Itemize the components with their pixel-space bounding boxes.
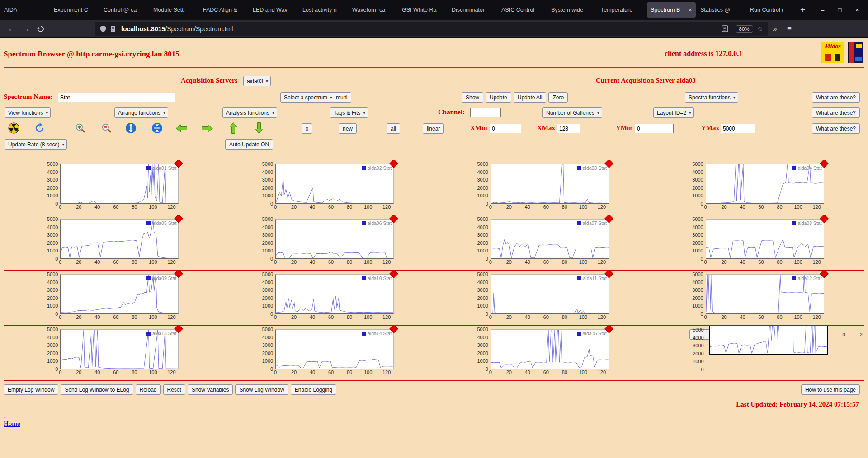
- reader-mode-icon[interactable]: [722, 25, 728, 32]
- shift-up-arrow-icon[interactable]: [229, 122, 238, 134]
- x-axis: 020406080100120: [60, 259, 179, 265]
- browser-tab-spectrum-b[interactable]: Spectrum B×: [647, 2, 696, 18]
- legend: aida13 Stat: [146, 331, 176, 336]
- spectrum-cell-5[interactable]: 500040003000200010000aida05 Stat02040608…: [4, 215, 219, 271]
- shift-down-arrow-icon[interactable]: [255, 122, 264, 134]
- hamburger-menu-icon[interactable]: ≡: [782, 22, 797, 36]
- spectrum-cell-1[interactable]: 500040003000200010000aida01 Stat02040608…: [4, 160, 219, 215]
- update-button[interactable]: Update: [486, 92, 511, 103]
- maximize-button[interactable]: □: [838, 6, 841, 14]
- spectrum-cell-6[interactable]: 500040003000200010000aida06 Stat02040608…: [219, 215, 434, 271]
- spectrum-cell-14[interactable]: 500040003000200010000aida14 Stat02040608…: [219, 326, 434, 381]
- site-info-icon[interactable]: [110, 25, 116, 33]
- auto-update-button[interactable]: Auto Update ON: [225, 139, 273, 150]
- layout-id-select[interactable]: Layout ID=2▾: [653, 107, 694, 118]
- y-zoom-out-icon[interactable]: [125, 122, 137, 134]
- back-button[interactable]: ←: [5, 22, 19, 36]
- tab-close-icon[interactable]: ×: [689, 2, 692, 18]
- browser-tab-lost-activity-n[interactable]: Lost activity n: [299, 2, 348, 18]
- close-window-button[interactable]: ×: [855, 6, 859, 14]
- forward-button[interactable]: →: [19, 22, 33, 36]
- new-tab-button[interactable]: +: [796, 5, 810, 15]
- show-log-window-button[interactable]: Show Log Window: [235, 384, 288, 395]
- reset-button[interactable]: Reset: [163, 384, 185, 395]
- tags-fits-select[interactable]: Tags & Fits▾: [330, 107, 368, 118]
- browser-tab-waveform-ca[interactable]: Waveform ca: [349, 2, 397, 18]
- arrange-functions-select[interactable]: Arrange functions▾: [114, 107, 168, 118]
- what-are-these-button[interactable]: What are these?: [812, 123, 860, 134]
- browser-tab-aida[interactable]: AIDA: [0, 2, 49, 18]
- analysis-functions-select[interactable]: Analysis functions▾: [222, 107, 277, 118]
- update-all-button[interactable]: Update All: [514, 92, 547, 103]
- spectrum-cell-10[interactable]: 500040003000200010000aida10 Stat02040608…: [219, 271, 434, 326]
- browser-tab-module-setti[interactable]: Module Setti: [150, 2, 198, 18]
- xmin-input[interactable]: [490, 124, 521, 133]
- what-are-these-button[interactable]: What are these?: [812, 107, 860, 118]
- refresh-icon[interactable]: [34, 122, 45, 134]
- how-to-use-button[interactable]: How to use this page: [801, 384, 860, 395]
- spectrum-cell-13[interactable]: 500040003000200010000aida13 Stat02040608…: [4, 326, 219, 381]
- linear-button[interactable]: linear: [423, 123, 444, 134]
- channel-input[interactable]: [470, 108, 501, 117]
- shift-right-arrow-icon[interactable]: [201, 124, 213, 133]
- reload-page-button[interactable]: [33, 22, 48, 36]
- home-link[interactable]: Home: [4, 420, 20, 427]
- multi-button[interactable]: multi: [332, 92, 351, 103]
- ymax-input[interactable]: [721, 124, 755, 133]
- empty-log-window-button[interactable]: Empty Log Window: [4, 384, 58, 395]
- spectrum-cell-12[interactable]: 500040003000200010000aida12 Stat02040608…: [649, 271, 864, 326]
- spectrum-name-input[interactable]: [58, 93, 175, 102]
- browser-tab-system-wide[interactable]: System wide: [547, 2, 596, 18]
- browser-tab-run-control[interactable]: Run Control (: [746, 2, 795, 18]
- select-spectrum-select[interactable]: Select a spectrum▾: [280, 92, 335, 103]
- browser-tab-led-and-wav[interactable]: LED and Wav: [249, 2, 298, 18]
- minimize-button[interactable]: –: [821, 6, 825, 14]
- spectrum-cell-2[interactable]: 500040003000200010000aida02 Stat02040608…: [219, 160, 434, 215]
- shield-icon[interactable]: [99, 25, 107, 33]
- x-button[interactable]: x: [302, 123, 312, 134]
- zoom-in-icon[interactable]: [75, 122, 86, 134]
- spectrum-cell-16[interactable]: 500040003000200010000aida16 Stat02040608…: [649, 326, 864, 381]
- ymin-input[interactable]: [635, 124, 674, 133]
- browser-tab-gsi-white-ra[interactable]: GSI White Ra: [398, 2, 447, 18]
- zero-button[interactable]: Zero: [548, 92, 568, 103]
- spectrum-cell-11[interactable]: 500040003000200010000aida11 Stat02040608…: [434, 271, 650, 326]
- number-of-galleries-select[interactable]: Number of Galleries▾: [542, 107, 602, 118]
- all-button[interactable]: all: [387, 123, 400, 134]
- browser-tab-asic-control[interactable]: ASIC Control: [498, 2, 547, 18]
- spectrum-cell-3[interactable]: 500040003000200010000aida03 Stat02040608…: [434, 160, 650, 215]
- show-button[interactable]: Show: [462, 92, 483, 103]
- bookmark-star-icon[interactable]: ☆: [757, 25, 763, 33]
- toolbar-overflow-icon[interactable]: »: [768, 22, 782, 36]
- spectrum-cell-8[interactable]: 500040003000200010000aida08 Stat02040608…: [649, 215, 864, 271]
- reload-button[interactable]: Reload: [136, 384, 161, 395]
- browser-tab-control-ca[interactable]: Control @ ca: [100, 2, 149, 18]
- send-log-window-to-elog-button[interactable]: Send Log Window to ELog: [61, 384, 133, 395]
- spectrum-cell-7[interactable]: 500040003000200010000aida07 Stat02040608…: [434, 215, 650, 271]
- browser-tab-temperature[interactable]: Temperature: [597, 2, 646, 18]
- browser-tab-statistics[interactable]: Statistics @: [697, 2, 745, 18]
- spectra-functions-select[interactable]: Spectra functions▾: [685, 92, 738, 103]
- spectrum-cell-9[interactable]: 500040003000200010000aida09 Stat02040608…: [4, 271, 219, 326]
- y-zoom-in-icon[interactable]: [151, 122, 163, 134]
- zoom-out-icon[interactable]: [101, 122, 112, 134]
- url-bar[interactable]: localhost:8015/Spectrum/Spectrum.tml 80%…: [95, 22, 768, 36]
- zoom-level-badge[interactable]: 80%: [736, 25, 753, 33]
- spectrum-cell-4[interactable]: 500040003000200010000aida04 Stat02040608…: [649, 160, 864, 215]
- xmax-input[interactable]: [557, 124, 580, 133]
- show-variables-button[interactable]: Show Variables: [188, 384, 233, 395]
- acquisition-server-select[interactable]: aida03▾: [243, 76, 271, 86]
- radiation-icon[interactable]: [8, 122, 19, 134]
- url-text[interactable]: localhost:8015/Spectrum/Spectrum.tml: [121, 25, 233, 33]
- what-are-these-button[interactable]: What are these?: [812, 92, 860, 103]
- new-button[interactable]: new: [339, 123, 357, 134]
- view-functions-select[interactable]: View functions▾: [5, 107, 51, 118]
- spectrum-cell-15[interactable]: 500040003000200010000aida15 Stat02040608…: [434, 326, 650, 381]
- browser-tab-discriminator[interactable]: Discriminator: [448, 2, 497, 18]
- browser-tab-fadc-align[interactable]: FADC Align &: [199, 2, 248, 18]
- update-rate-select[interactable]: Update Rate (8 secs)▾: [5, 139, 67, 150]
- enable-logging-button[interactable]: Enable Logging: [291, 384, 336, 395]
- y-tick-label: 1000: [47, 248, 58, 253]
- shift-left-arrow-icon[interactable]: [175, 124, 188, 133]
- browser-tab-experiment-c[interactable]: Experiment C: [50, 2, 99, 18]
